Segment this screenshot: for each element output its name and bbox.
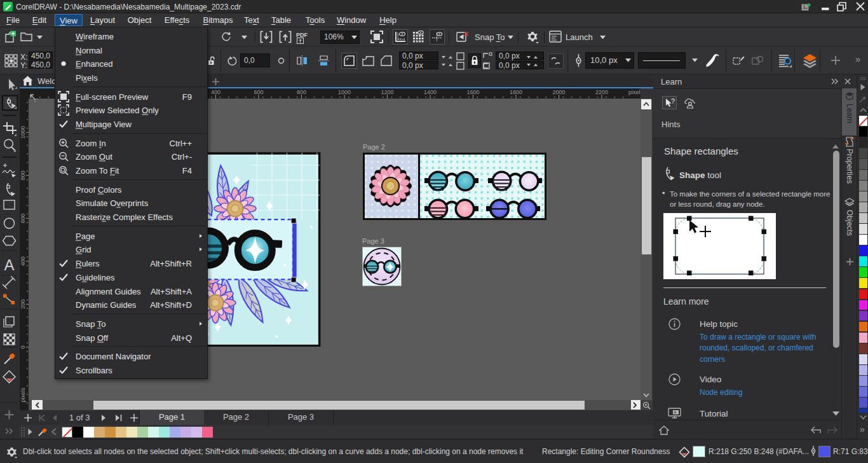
- svg-text:1800: 1800: [510, 89, 522, 95]
- svg-text:pixels: pixels: [20, 387, 26, 403]
- svg-text:2000: 2000: [552, 89, 565, 95]
- svg-text:200: 200: [20, 300, 26, 309]
- svg-text:800: 800: [297, 89, 306, 95]
- svg-text:800: 800: [20, 170, 26, 180]
- svg-text:1200: 1200: [381, 89, 393, 95]
- svg-text:1000: 1000: [20, 126, 26, 139]
- svg-text:400: 400: [20, 256, 26, 266]
- svg-text:0: 0: [20, 345, 26, 349]
- svg-text:600: 600: [20, 214, 26, 223]
- svg-text:2200: 2200: [595, 89, 608, 95]
- svg-text:pixels: pixels: [628, 89, 641, 95]
- svg-text:1400: 1400: [424, 89, 437, 95]
- svg-text:600: 600: [254, 89, 263, 95]
- svg-text:1600: 1600: [466, 89, 479, 95]
- svg-text:?: ?: [671, 98, 675, 105]
- svg-text:400: 400: [211, 89, 220, 95]
- svg-text:A: A: [4, 256, 14, 273]
- svg-text:1000: 1000: [338, 89, 351, 95]
